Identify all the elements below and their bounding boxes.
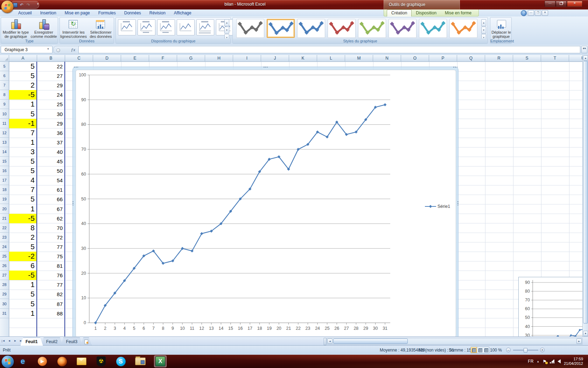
close-button[interactable]: ✕ <box>567 1 582 7</box>
chart-resize-handle-top[interactable] <box>263 67 268 68</box>
gallery-scroll-up-icon[interactable]: ▲ <box>224 19 229 26</box>
chart-resize-handle-topleft[interactable] <box>74 67 78 68</box>
row-header-21[interactable]: 21 <box>0 214 9 223</box>
zoom-level[interactable]: 100 % <box>490 348 502 353</box>
column-header-G[interactable]: G <box>177 55 205 62</box>
zoom-thumb[interactable] <box>524 348 527 353</box>
row-header-6[interactable]: 6 <box>0 71 9 81</box>
taskbar-internet-explorer-icon[interactable]: e <box>17 356 29 367</box>
row-header-15[interactable]: 15 <box>0 157 9 166</box>
zoom-out-icon[interactable]: – <box>506 348 511 352</box>
language-indicator[interactable]: FR <box>528 359 533 364</box>
change-chart-type-button[interactable]: Modifier le type de graphique <box>2 19 30 39</box>
chart-resize-handle-right[interactable] <box>457 201 458 205</box>
chart-style-option-7[interactable] <box>419 19 447 38</box>
save-as-template-button[interactable]: Enregistrer comme modèle <box>30 19 58 39</box>
sheet-tab-feuil2[interactable]: Feuil2 <box>41 338 63 346</box>
column-header-I[interactable]: I <box>233 55 261 62</box>
column-header-E[interactable]: E <box>121 55 149 62</box>
chart-layout-option-3[interactable] <box>157 19 175 35</box>
chart-style-option-3[interactable] <box>297 19 325 38</box>
row-header-18[interactable]: 18 <box>0 185 9 195</box>
column-header-M[interactable]: M <box>345 55 373 62</box>
cell-B29[interactable]: 82 <box>37 289 65 299</box>
row-header-20[interactable]: 20 <box>0 204 9 214</box>
taskbar-skype-icon[interactable]: S <box>115 356 127 367</box>
cell-B25[interactable]: 75 <box>37 252 65 261</box>
switch-row-column-button[interactable]: ↻ Intervertir les lignes/colonnes <box>60 19 87 39</box>
cell-A10[interactable]: 5 <box>9 109 37 119</box>
cell-A15[interactable]: 5 <box>9 157 37 166</box>
undo-button[interactable]: ↶ <box>19 2 24 8</box>
gallery-scroll-down-icon[interactable]: ▼ <box>224 27 229 34</box>
insert-function-icon[interactable]: ƒx <box>71 47 75 53</box>
cell-A18[interactable]: 7 <box>9 185 37 195</box>
cell-A5[interactable]: 5 <box>9 62 37 71</box>
taskbar-file-manager-icon[interactable] <box>134 356 146 367</box>
style-scroll-down-icon[interactable]: ▼ <box>481 27 486 34</box>
row-header-7[interactable]: 7 <box>0 81 9 90</box>
cell-A16[interactable]: 5 <box>9 166 37 176</box>
cell-B31[interactable]: 88 <box>37 309 65 318</box>
taskbar-excel-icon[interactable]: X <box>154 355 167 367</box>
style-scroll-up-icon[interactable]: ▲ <box>481 19 486 26</box>
help-icon[interactable]: ? <box>521 10 527 16</box>
row-header-25[interactable]: 25 <box>0 252 9 261</box>
cell-B21[interactable]: 62 <box>37 214 65 223</box>
cell-A7[interactable]: 2 <box>9 81 37 90</box>
chart-style-option-6[interactable] <box>388 19 416 38</box>
cell-A17[interactable]: 4 <box>9 176 37 185</box>
column-header-N[interactable]: N <box>373 55 401 62</box>
workbook-minimize-button[interactable]: — <box>528 10 534 16</box>
row-header-22[interactable]: 22 <box>0 223 9 233</box>
tab-révision[interactable]: Révision <box>145 9 170 16</box>
row-header-13[interactable]: 13 <box>0 138 9 147</box>
row-header-28[interactable]: 28 <box>0 280 9 289</box>
cell-A11[interactable]: -1 <box>9 119 37 128</box>
select-data-button[interactable]: Sélectionner des données <box>87 19 114 39</box>
next-sheet-icon[interactable]: ► <box>13 338 18 344</box>
formula-input[interactable] <box>78 46 580 53</box>
cell-A25[interactable]: -2 <box>9 252 37 261</box>
cell-B26[interactable]: 81 <box>37 261 65 271</box>
row-header-19[interactable]: 19 <box>0 195 9 204</box>
cell-B24[interactable]: 77 <box>37 242 65 252</box>
cell-B13[interactable]: 37 <box>37 138 65 147</box>
volume-icon[interactable] <box>558 359 561 363</box>
taskbar-media-player-icon[interactable]: ▶ <box>36 356 48 367</box>
zoom-in-icon[interactable]: + <box>540 348 545 352</box>
horizontal-scrollbar[interactable]: ◄ ► <box>327 338 582 345</box>
chart-layout-option-5[interactable] <box>196 19 214 35</box>
tab-données[interactable]: Données <box>120 9 145 16</box>
row-header-14[interactable]: 14 <box>0 147 9 157</box>
cell-B30[interactable]: 87 <box>37 299 65 309</box>
scroll-left-icon[interactable]: ◄ <box>327 339 332 344</box>
row-header-16[interactable]: 16 <box>0 166 9 176</box>
cell-A23[interactable]: 2 <box>9 233 37 242</box>
insert-worksheet-tab[interactable]: ✱ <box>80 338 92 346</box>
qat-customize-chevron[interactable]: ▾ <box>37 2 39 6</box>
start-button[interactable] <box>1 355 14 368</box>
row-header-24[interactable]: 24 <box>0 242 9 252</box>
cell-B12[interactable]: 36 <box>37 128 65 138</box>
column-header-H[interactable]: H <box>205 55 233 62</box>
row-header-31[interactable]: 31 <box>0 309 9 318</box>
workbook-close-button[interactable]: ✕ <box>542 10 548 16</box>
tab-mise-en-page[interactable]: Mise en page <box>61 9 94 16</box>
row-header-11[interactable]: 11 <box>0 119 9 128</box>
secondary-chart-partial[interactable]: 90807060504030 <box>518 277 588 336</box>
chart-layout-option-4[interactable] <box>177 19 195 35</box>
hidden-icons-arrow[interactable]: ▲ <box>537 360 539 363</box>
clock[interactable]: 17:59 21/04/2012 <box>564 357 583 366</box>
cell-A26[interactable]: 6 <box>9 261 37 271</box>
chart-style-option-8[interactable] <box>449 19 477 38</box>
column-header-Q[interactable]: Q <box>457 55 485 62</box>
office-button[interactable] <box>1 0 14 13</box>
cell-B18[interactable]: 61 <box>37 185 65 195</box>
scroll-down-icon[interactable]: ▼ <box>583 331 588 336</box>
cell-A14[interactable]: 3 <box>9 147 37 157</box>
row-header-9[interactable]: 9 <box>0 100 9 109</box>
row-header-8[interactable]: 8 <box>0 90 9 100</box>
chart-resize-handle-topright[interactable] <box>453 67 457 68</box>
column-header-S[interactable]: S <box>513 55 541 62</box>
